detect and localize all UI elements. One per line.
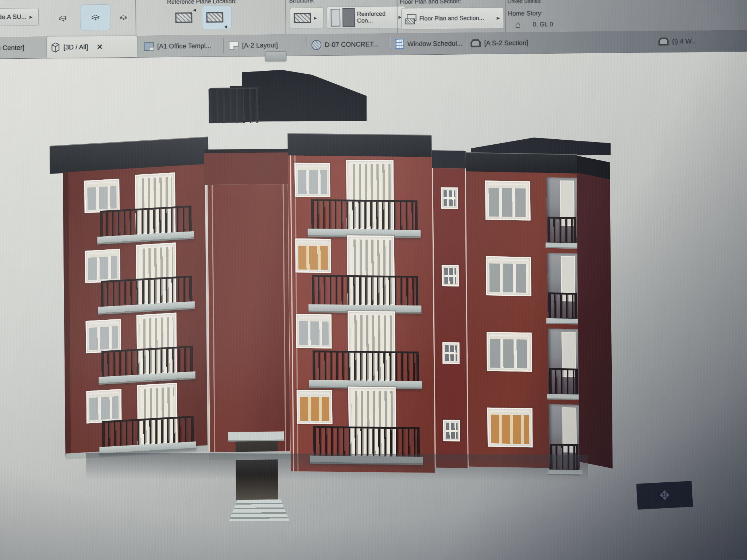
right-roof-fascia[interactable] [466,152,577,174]
tab-separator [224,38,224,54]
stair-tower[interactable] [204,90,294,464]
recessed-balcony[interactable] [548,328,579,400]
window-panes [300,393,330,421]
window[interactable] [297,390,332,424]
window[interactable] [487,408,533,448]
window[interactable] [86,319,121,354]
floor-plan-display-dropdown[interactable]: Floor Plan and Section... ▶ [401,7,504,30]
tab-label: [3D / All] [63,43,88,51]
corner-trim [283,184,286,451]
window[interactable] [295,238,331,273]
small-window[interactable] [442,265,459,286]
right-end-fascia [576,156,610,179]
balcony-railing[interactable] [549,368,578,394]
pan-icon: ✥ [659,487,670,503]
tab-a1-office-template[interactable]: [A1 Office Templ... [140,35,224,57]
window-panes [89,323,118,350]
entrance-canopy[interactable] [228,431,284,442]
window-panes [298,167,328,194]
tab-label: [A S-2 Section] [484,39,528,47]
tab-3d-all[interactable]: [3D / All] ✕ [47,36,137,58]
window[interactable] [294,163,330,197]
slab-box-icon[interactable] [80,4,111,31]
main-roof-fascia[interactable] [287,133,431,158]
balcony-railing[interactable] [312,275,418,308]
window[interactable] [86,389,122,424]
balcony-railing[interactable] [547,217,577,244]
tab-label: D-07 CONCRET... [325,40,379,49]
window[interactable] [296,314,332,349]
tower-parapet[interactable] [204,149,291,185]
slab-thin-icon[interactable] [112,7,135,28]
window-panes [490,336,529,369]
favorites-dropdown[interactable]: rade.A SU... ▶ [0,8,39,26]
dropdown-arrow-icon: ▶ [314,16,317,20]
dropdown-arrow-icon: ▶ [30,15,33,19]
balcony-slab [546,242,580,249]
window-panes [491,412,529,444]
ground-shadow [86,453,588,482]
window[interactable] [486,256,531,296]
master-layout-icon [144,42,154,51]
ref-plane-top-icon[interactable]: ◀ [173,8,198,27]
window[interactable] [85,249,120,283]
tab-overflow-button[interactable] [265,51,287,61]
marker-top-icon: ◀ [193,8,196,12]
hatch-swatch-icon [294,13,311,23]
window[interactable] [487,332,532,372]
cube-3d-icon [50,42,60,53]
tab-d07-concrete-detail[interactable]: D-07 CONCRET... [307,34,390,56]
corner-trim [212,185,215,452]
window-panes [444,190,456,206]
tab-label: [A-2 Layout] [242,41,278,49]
window[interactable] [84,179,120,213]
photographed-monitor: rade.A SU... ▶ [0,0,747,560]
close-icon[interactable]: ✕ [97,42,103,51]
balcony-railing[interactable] [313,350,419,384]
small-window[interactable] [443,420,460,441]
window-panes [298,242,328,270]
structure-fill-button[interactable]: ▶ [290,7,324,28]
viewport-3d[interactable]: ✥ [0,51,747,560]
home-story-icon: ⌂ [515,20,521,29]
window-panes [87,183,117,210]
small-window[interactable] [441,187,458,209]
balcony-railing[interactable] [548,292,577,319]
tower-facade[interactable] [206,184,291,452]
small-window[interactable] [442,342,460,364]
ref-plane-bottom-icon[interactable]: ◀ [202,5,232,30]
recessed-balcony[interactable] [547,253,578,324]
left-wing[interactable] [50,137,212,485]
structure-label: Structure: [289,0,314,4]
material-swatch-light [331,9,341,27]
recessed-balcony[interactable] [546,177,577,249]
window-panes [299,318,329,346]
tab-window-schedule[interactable]: Window Schedul... [391,33,466,55]
floor-plan-value: Floor Plan and Section... [419,15,484,22]
main-facade-block[interactable] [287,133,435,478]
slab-sloped-icon[interactable] [51,7,75,29]
corner-trim [290,155,294,471]
entrance-steps[interactable] [229,499,290,521]
balcony-railing[interactable] [311,199,418,232]
window-panes [445,345,457,361]
tab-navigator-center[interactable]: n Center] [0,37,37,59]
right-wing[interactable] [466,152,580,479]
hatch-swatch-icon [206,12,223,23]
material-swatch-dark [342,8,355,27]
tab-label: n Center] [0,44,24,52]
toolbar-separator [505,0,506,32]
window[interactable] [485,180,531,221]
tab-elevation-4w[interactable]: (l) 4 W... [655,30,747,52]
utility-bay[interactable] [432,150,469,475]
window-panes [489,260,528,293]
pan-navigation-widget[interactable]: ✥ [636,481,693,510]
balcony-slab [547,394,582,400]
building-material-dropdown[interactable]: Reinforced Con... ▶ [326,6,406,29]
dropdown-arrow-icon: ▶ [497,16,500,20]
layout-sheet-icon [229,41,239,50]
tab-label: Window Schedul... [407,39,462,48]
corner-trim [206,185,210,452]
right-end-face[interactable] [576,156,612,468]
tab-as2-section[interactable]: [A S-2 Section] [467,32,541,54]
